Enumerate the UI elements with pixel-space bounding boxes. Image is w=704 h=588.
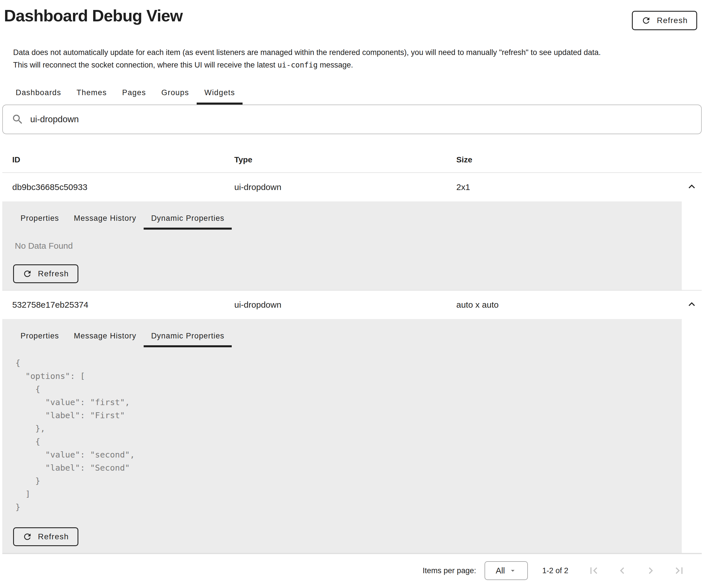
panel-refresh-button-label: Refresh bbox=[38, 532, 69, 541]
ui-config-code: ui-config bbox=[277, 61, 317, 69]
description-line-2: This will reconnect the socket connectio… bbox=[13, 59, 702, 71]
items-per-page-label: Items per page: bbox=[423, 566, 476, 575]
page-title: Dashboard Debug View bbox=[4, 6, 183, 26]
expanded-panel-row: Properties Message History Dynamic Prope… bbox=[2, 201, 702, 290]
cell-id: db9bc36685c50933 bbox=[2, 173, 224, 201]
cell-size: 2x1 bbox=[446, 173, 682, 201]
search-icon bbox=[11, 113, 24, 126]
refresh-icon bbox=[22, 532, 32, 541]
last-page-icon bbox=[672, 564, 686, 577]
tab-themes[interactable]: Themes bbox=[69, 84, 115, 105]
previous-page-button[interactable] bbox=[615, 564, 629, 577]
next-page-button[interactable] bbox=[644, 564, 657, 577]
column-header-size: Size bbox=[446, 146, 682, 173]
last-page-button[interactable] bbox=[672, 564, 686, 577]
panel-refresh-button[interactable]: Refresh bbox=[13, 527, 78, 546]
header: Dashboard Debug View Refresh bbox=[2, 0, 702, 30]
tab-dynamic-properties[interactable]: Dynamic Properties bbox=[144, 326, 232, 347]
description-line-2-text: This will reconnect the socket connectio… bbox=[13, 61, 277, 69]
search-input[interactable] bbox=[30, 114, 693, 125]
column-header-type: Type bbox=[224, 146, 446, 173]
tab-widgets[interactable]: Widgets bbox=[197, 84, 243, 105]
expanded-panel-row: Properties Message History Dynamic Prope… bbox=[2, 319, 702, 553]
chevron-left-icon bbox=[615, 564, 629, 577]
tab-dashboards[interactable]: Dashboards bbox=[8, 84, 69, 105]
cell-size: auto x auto bbox=[446, 290, 682, 319]
table-header-row: ID Type Size bbox=[2, 146, 702, 173]
first-page-button[interactable] bbox=[587, 564, 600, 577]
no-data-message: No Data Found bbox=[15, 241, 670, 251]
search-field[interactable] bbox=[2, 105, 702, 134]
panel-tabs: Properties Message History Dynamic Prope… bbox=[13, 208, 670, 230]
description-line-1: Data does not automatically update for e… bbox=[13, 46, 702, 59]
column-header-expand bbox=[682, 146, 702, 173]
chevron-up-icon bbox=[686, 180, 698, 193]
widget-detail-panel: Properties Message History Dynamic Prope… bbox=[2, 319, 682, 553]
table-footer: Items per page: All 1-2 of 2 bbox=[2, 553, 702, 587]
column-header-id: ID bbox=[2, 146, 224, 173]
panel-refresh-button[interactable]: Refresh bbox=[13, 264, 78, 283]
tab-message-history[interactable]: Message History bbox=[66, 208, 144, 230]
tab-properties[interactable]: Properties bbox=[13, 326, 66, 347]
chevron-right-icon bbox=[644, 564, 657, 577]
widget-detail-panel: Properties Message History Dynamic Prope… bbox=[2, 201, 682, 290]
refresh-icon bbox=[22, 269, 32, 279]
panel-tabs: Properties Message History Dynamic Prope… bbox=[13, 326, 670, 347]
collapse-row-button[interactable] bbox=[686, 298, 698, 311]
tab-pages[interactable]: Pages bbox=[115, 84, 154, 105]
cell-id: 532758e17eb25374 bbox=[2, 290, 224, 319]
items-per-page-select[interactable]: All bbox=[484, 561, 528, 580]
table-row[interactable]: 532758e17eb25374 ui-dropdown auto x auto bbox=[2, 290, 702, 319]
refresh-button[interactable]: Refresh bbox=[632, 11, 697, 30]
panel-gap bbox=[682, 319, 702, 553]
caret-down-icon bbox=[509, 566, 517, 575]
pagination-range: 1-2 of 2 bbox=[542, 566, 568, 575]
description-line-2-suffix: message. bbox=[317, 61, 353, 69]
cell-type: ui-dropdown bbox=[224, 290, 446, 319]
items-per-page-value: All bbox=[496, 566, 505, 576]
pagination-controls bbox=[587, 564, 686, 577]
main-tabs: Dashboards Themes Pages Groups Widgets bbox=[8, 84, 702, 105]
widgets-table: ID Type Size db9bc36685c50933 ui-dropdow… bbox=[2, 146, 702, 553]
collapse-row-button[interactable] bbox=[686, 180, 698, 193]
tab-message-history[interactable]: Message History bbox=[66, 326, 144, 347]
tab-dynamic-properties[interactable]: Dynamic Properties bbox=[144, 208, 232, 230]
refresh-icon bbox=[641, 16, 651, 25]
panel-refresh-button-label: Refresh bbox=[38, 269, 69, 278]
dynamic-properties-json: { "options": [ { "value": "first", "labe… bbox=[15, 356, 670, 514]
dashboard-debug-view: Dashboard Debug View Refresh Data does n… bbox=[0, 0, 704, 588]
tab-groups[interactable]: Groups bbox=[154, 84, 197, 105]
description: Data does not automatically update for e… bbox=[13, 46, 702, 71]
panel-gap bbox=[682, 201, 702, 290]
refresh-button-label: Refresh bbox=[657, 16, 688, 25]
table-row[interactable]: db9bc36685c50933 ui-dropdown 2x1 bbox=[2, 173, 702, 201]
first-page-icon bbox=[587, 564, 600, 577]
cell-type: ui-dropdown bbox=[224, 173, 446, 201]
tab-properties[interactable]: Properties bbox=[13, 208, 66, 230]
chevron-up-icon bbox=[686, 298, 698, 311]
